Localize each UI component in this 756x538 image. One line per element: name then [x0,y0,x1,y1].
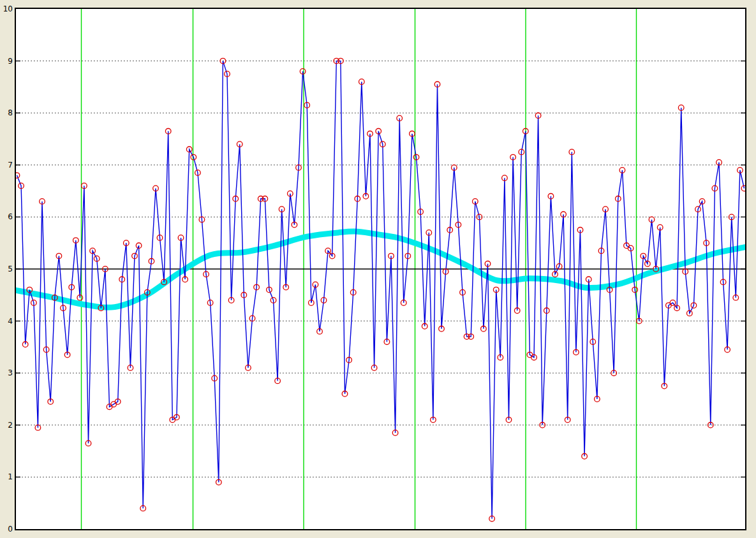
y-tick-label: 1 [0,473,13,481]
figure-window: 012345678910 [0,0,756,538]
y-tick-label: 0 [0,525,13,533]
data-point-markers [16,58,745,521]
y-tick-label: 3 [0,369,13,377]
y-tick-label: 6 [0,213,13,221]
y-tick-label: 5 [0,265,13,273]
y-tick-label: 9 [0,57,13,65]
plot-area [15,8,746,530]
y-tick-label: 10 [0,5,13,13]
y-tick-label: 2 [0,421,13,429]
y-tick-label: 4 [0,317,13,325]
y-tick-label: 8 [0,109,13,117]
y-tick-label: 7 [0,161,13,169]
chart-canvas [16,9,745,529]
